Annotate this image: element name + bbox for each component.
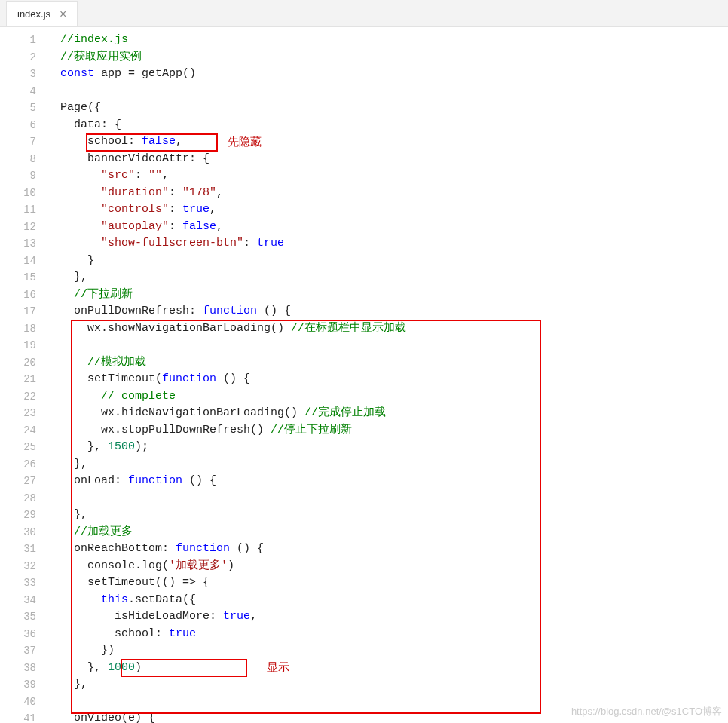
code-line[interactable] xyxy=(60,490,728,507)
line-number: 29 xyxy=(0,507,36,524)
code-line[interactable]: setTimeout(function () { xyxy=(60,371,728,388)
code-line[interactable]: onPullDownRefresh: function () { xyxy=(60,303,728,320)
line-number: 30 xyxy=(0,524,36,541)
code-line[interactable]: }, 1500); xyxy=(60,439,728,456)
line-number: 17 xyxy=(0,303,36,320)
line-number: 11 xyxy=(0,201,36,219)
code-line[interactable]: }, 1000) xyxy=(60,660,728,677)
code-line[interactable]: }, xyxy=(60,676,728,694)
code-line[interactable]: wx.stopPullDownRefresh() //停止下拉刷新 xyxy=(60,422,728,440)
code-line[interactable]: setTimeout(() => { xyxy=(60,574,728,592)
line-number: 26 xyxy=(0,456,36,473)
line-number: 34 xyxy=(0,592,36,609)
line-number: 31 xyxy=(0,541,36,558)
code-line[interactable]: "duration": "178", xyxy=(60,185,728,202)
line-number: 37 xyxy=(0,642,36,660)
code-line[interactable]: //下拉刷新 xyxy=(60,286,728,304)
code-line[interactable]: data: { xyxy=(60,117,728,134)
code-line[interactable]: }, xyxy=(60,507,728,524)
line-number: 28 xyxy=(0,490,36,507)
line-number: 14 xyxy=(0,253,36,270)
code-line[interactable]: "autoplay": false, xyxy=(60,219,728,236)
code-line[interactable]: }, xyxy=(60,269,728,286)
code-line[interactable]: //加载更多 xyxy=(60,524,728,541)
code-line[interactable]: } xyxy=(60,253,728,270)
line-number: 5 xyxy=(0,100,36,117)
code-line[interactable]: }) xyxy=(60,642,728,660)
code-line[interactable]: wx.hideNavigationBarLoading() //完成停止加载 xyxy=(60,405,728,422)
line-number: 19 xyxy=(0,337,36,354)
line-number: 22 xyxy=(0,388,36,406)
tab-bar: index.js × xyxy=(0,0,728,27)
line-number: 32 xyxy=(0,558,36,575)
line-number: 16 xyxy=(0,286,36,304)
code-editor[interactable]: 1234567891011121314151617181920212223242… xyxy=(0,27,728,723)
line-number: 1 xyxy=(0,32,36,49)
code-line[interactable]: console.log('加载更多') xyxy=(60,558,728,575)
line-number: 2 xyxy=(0,49,36,66)
code-line[interactable]: onReachBottom: function () { xyxy=(60,541,728,558)
code-line[interactable]: wx.showNavigationBarLoading() //在标题栏中显示加… xyxy=(60,320,728,338)
code-line[interactable] xyxy=(60,83,728,100)
line-number: 27 xyxy=(0,473,36,490)
line-number: 10 xyxy=(0,185,36,202)
line-number: 12 xyxy=(0,219,36,236)
code-line[interactable]: bannerVideoAttr: { xyxy=(60,151,728,168)
code-line[interactable]: "show-fullscreen-btn": true xyxy=(60,235,728,253)
line-number: 18 xyxy=(0,320,36,338)
line-number-gutter: 1234567891011121314151617181920212223242… xyxy=(0,27,47,723)
code-line[interactable]: // complete xyxy=(60,388,728,406)
code-line[interactable]: }, xyxy=(60,456,728,473)
code-line[interactable]: //index.js xyxy=(60,32,728,49)
code-line[interactable]: "controls": true, xyxy=(60,201,728,219)
code-line[interactable]: Page({ xyxy=(60,100,728,117)
line-number: 40 xyxy=(0,694,36,711)
line-number: 33 xyxy=(0,574,36,592)
tab-filename: index.js xyxy=(17,8,50,20)
code-line[interactable]: //获取应用实例 xyxy=(60,49,728,66)
line-number: 13 xyxy=(0,235,36,253)
code-line[interactable]: //模拟加载 xyxy=(60,354,728,372)
line-number: 38 xyxy=(0,660,36,677)
line-number: 8 xyxy=(0,151,36,168)
code-content[interactable]: //index.js//获取应用实例const app = getApp()Pa… xyxy=(47,27,728,723)
line-number: 4 xyxy=(0,83,36,100)
code-line[interactable]: school: true xyxy=(60,626,728,643)
code-line[interactable]: this.setData({ xyxy=(60,592,728,609)
line-number: 21 xyxy=(0,371,36,388)
close-icon[interactable]: × xyxy=(60,8,66,20)
line-number: 3 xyxy=(0,66,36,83)
code-line[interactable]: onLoad: function () { xyxy=(60,473,728,490)
tab-index-js[interactable]: index.js × xyxy=(6,1,78,26)
line-number: 25 xyxy=(0,439,36,456)
code-line[interactable]: school: false, xyxy=(60,133,728,151)
code-line[interactable]: "src": "", xyxy=(60,167,728,185)
code-line[interactable] xyxy=(60,337,728,354)
line-number: 7 xyxy=(0,133,36,151)
line-number: 23 xyxy=(0,405,36,422)
code-line[interactable]: isHideLoadMore: true, xyxy=(60,608,728,626)
watermark: https://blog.csdn.net/@s1CTO博客 xyxy=(571,705,722,718)
line-number: 39 xyxy=(0,676,36,694)
line-number: 41 xyxy=(0,710,36,723)
line-number: 35 xyxy=(0,608,36,626)
code-line[interactable]: const app = getApp() xyxy=(60,66,728,83)
line-number: 36 xyxy=(0,626,36,643)
line-number: 24 xyxy=(0,422,36,440)
line-number: 15 xyxy=(0,269,36,286)
line-number: 9 xyxy=(0,167,36,185)
line-number: 20 xyxy=(0,354,36,372)
line-number: 6 xyxy=(0,117,36,134)
